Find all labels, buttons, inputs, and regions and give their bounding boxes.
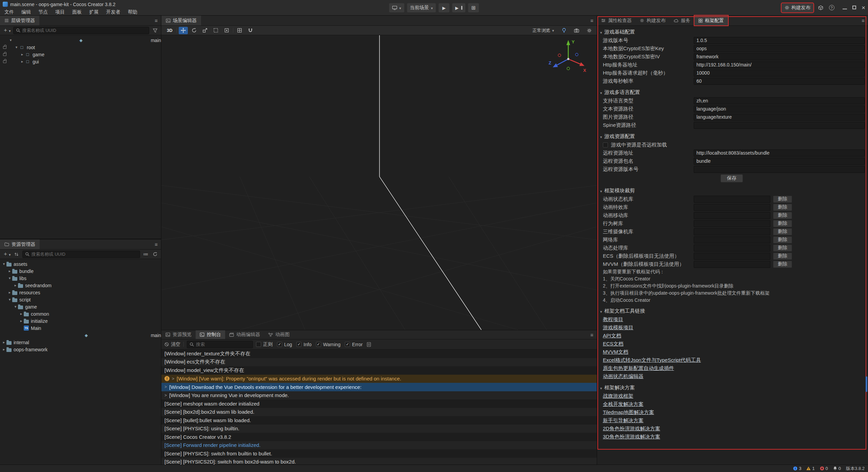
console-log-row[interactable]: > [Window] Download the Vue Devtools ext… [161, 383, 597, 391]
asset-node-row[interactable]: ▾ script [0, 296, 161, 303]
move-tool-button[interactable] [179, 27, 188, 34]
field-input[interactable] [694, 37, 865, 44]
field-input[interactable] [694, 61, 865, 68]
expand-arrow-icon[interactable]: ▾ [14, 45, 19, 50]
module-input[interactable] [694, 196, 770, 203]
asset-node-row[interactable]: ▸ bundle [0, 268, 161, 275]
solution-link[interactable]: 2D角色扮演游戏解决方案 [603, 426, 660, 432]
panel-menu-icon[interactable]: ≡ [587, 332, 597, 338]
expand-arrow-icon[interactable]: ▸ [20, 59, 25, 64]
gizmo-space-button[interactable] [222, 27, 231, 34]
lock-icon[interactable] [3, 53, 6, 56]
field-input[interactable] [694, 53, 865, 60]
module-input[interactable] [694, 228, 770, 235]
expand-arrow-icon[interactable]: ▸ [1, 347, 6, 352]
menu-item[interactable]: 开发者 [102, 8, 124, 16]
delete-module-button[interactable]: 删除 [773, 261, 792, 268]
console-log-row[interactable]: [Scene] [PHYSICS2D]: switch from box2d-w… [161, 458, 597, 465]
doc-link[interactable]: MVVM文档 [603, 349, 628, 355]
scene-light-toggle[interactable] [559, 27, 569, 34]
module-input[interactable] [694, 212, 770, 219]
preview-device-dropdown[interactable] [389, 3, 404, 12]
field-input[interactable] [694, 45, 865, 52]
expand-arrow-icon[interactable]: > [164, 385, 167, 389]
section-header[interactable]: 框架文档工具链接 [599, 307, 865, 315]
rect-tool-button[interactable] [211, 27, 220, 34]
delete-module-button[interactable]: 删除 [773, 228, 792, 235]
doc-link[interactable]: 教程项目 [603, 316, 623, 323]
console-log-row[interactable]: > [Window] You are running Vue in develo… [161, 391, 597, 400]
field-input[interactable] [694, 114, 865, 121]
minimize-button[interactable] [843, 5, 847, 11]
tab-animation-editor[interactable]: 动画编辑器 [225, 330, 264, 339]
section-header[interactable]: 游戏资源配置 [599, 132, 865, 141]
view-mode-dropdown[interactable]: 正常浏览 [530, 27, 556, 34]
menu-item[interactable]: 编辑 [18, 8, 35, 16]
module-input[interactable] [694, 261, 770, 268]
expand-arrow-icon[interactable]: ▸ [7, 269, 12, 273]
remote-load-checkbox[interactable] [603, 142, 608, 148]
sort-button[interactable] [13, 251, 20, 258]
console-filter-checkbox[interactable]: ✓ Error [345, 342, 362, 347]
delete-module-button[interactable]: 删除 [773, 204, 792, 211]
console-log-row[interactable]: [Window] render_texture文件夹不存在 [161, 350, 597, 358]
console-log-row[interactable]: [Scene] [PHYSICS]: using builtin. [161, 425, 597, 433]
expand-arrow-icon[interactable]: ▾ [13, 304, 18, 309]
module-input[interactable] [694, 236, 770, 243]
console-search-input[interactable] [196, 342, 250, 347]
expand-arrow-icon[interactable]: ▾ [7, 297, 12, 302]
expand-arrow-icon[interactable]: ▾ [1, 262, 6, 266]
asset-node-row[interactable]: Main [0, 324, 161, 332]
section-header[interactable]: 游戏多语言配置 [599, 88, 865, 97]
inspector-scrollbar-thumb[interactable] [866, 376, 867, 392]
rotate-tool-button[interactable] [190, 27, 199, 34]
close-button[interactable]: × [862, 4, 865, 11]
field-input[interactable] [694, 70, 865, 77]
scale-tool-button[interactable] [200, 27, 210, 34]
tab-scene-editor[interactable]: 场景编辑器 [161, 16, 201, 25]
tab-console[interactable]: 控制台 [196, 330, 225, 339]
console-log-row[interactable]: [Scene] Cocos Creator v3.8.2 [161, 433, 597, 441]
menu-item[interactable]: 节点 [35, 8, 52, 16]
scene-viewport[interactable]: Y X Z [161, 35, 597, 330]
hierarchy-node-row[interactable]: ▾ root [0, 44, 161, 51]
console-log-row[interactable]: [Window] model_view文件夹不存在 [161, 366, 597, 375]
status-warning-count[interactable]: 1 [806, 466, 814, 471]
section-header[interactable]: 框架模块裁剪 [599, 186, 865, 195]
tab-asset-preview[interactable]: 资源预览 [161, 330, 196, 339]
module-input[interactable] [694, 253, 770, 260]
asset-node-row[interactable]: ▸ resources [0, 289, 161, 296]
console-log-row[interactable]: [Scene] Forward render pipeline initiali… [161, 441, 597, 450]
module-input[interactable] [694, 204, 770, 211]
solution-link[interactable]: 战旗游戏框架 [603, 393, 633, 399]
expand-arrow-icon[interactable]: > [172, 376, 174, 381]
asset-node-row[interactable]: ▸ seedrandom [0, 282, 161, 289]
tab-property-inspector[interactable]: 属性检查器 [597, 16, 636, 25]
menu-item[interactable]: 面板 [68, 8, 85, 16]
console-log-row[interactable]: [Window] ecs文件夹不存在 [161, 358, 597, 367]
expand-arrow-icon[interactable]: ▸ [13, 283, 18, 288]
solution-link[interactable]: 全栈开发解决方案 [603, 401, 644, 408]
delete-module-button[interactable]: 删除 [773, 220, 792, 227]
console-log-row[interactable]: [Scene] [bullet]:bullet wasm lib loaded. [161, 416, 597, 425]
hierarchy-node-row[interactable]: ▸ game [0, 51, 161, 58]
grid-snap-button[interactable] [235, 27, 244, 34]
status-notification-count[interactable]: 0 [833, 466, 841, 471]
expand-arrow-icon[interactable]: ▾ [7, 276, 12, 280]
solution-link[interactable]: 新手引导解决方案 [603, 417, 644, 424]
clear-console-button[interactable]: 清空 [164, 341, 180, 348]
asset-node-row[interactable]: ▸ internal [0, 339, 161, 346]
console-log-row[interactable]: [Scene] [PHYSICS]: switch from builtin t… [161, 449, 597, 458]
panel-menu-icon[interactable]: ≡ [151, 241, 161, 247]
console-filter-checkbox[interactable]: 正则 [256, 341, 273, 348]
doc-link[interactable]: 原生包热更新配置自动生成插件 [603, 365, 674, 372]
asset-node-row[interactable]: ▾ libs [0, 275, 161, 282]
delete-module-button[interactable]: 删除 [773, 196, 792, 203]
field-input[interactable] [694, 105, 865, 113]
expand-arrow-icon[interactable]: ▸ [20, 52, 25, 57]
play-button[interactable]: ▶ [439, 3, 450, 12]
build-publish-button[interactable]: 构建发布 [782, 3, 813, 12]
asset-node-row[interactable]: ▸ common [0, 310, 161, 317]
tab-animation-graph[interactable]: 动画图 [264, 330, 294, 339]
delete-module-button[interactable]: 删除 [773, 244, 792, 252]
